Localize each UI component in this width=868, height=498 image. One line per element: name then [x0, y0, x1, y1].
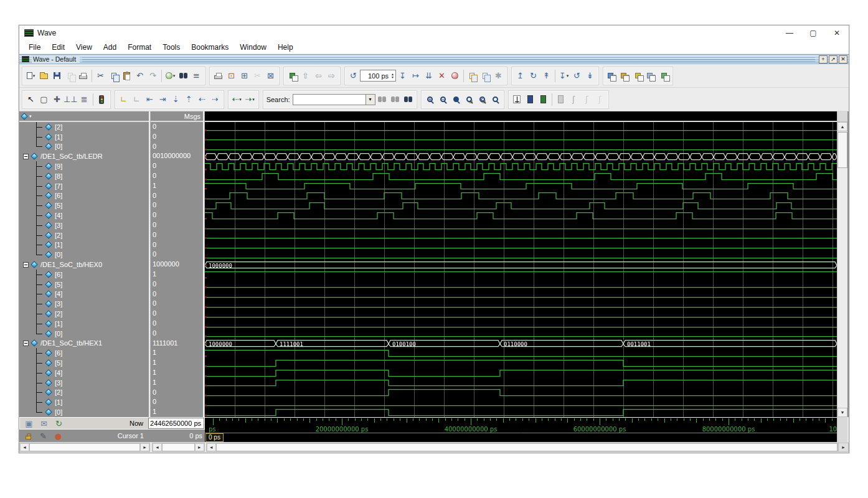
menu-add[interactable]: Add — [98, 43, 122, 52]
search-reverse-button[interactable] — [375, 92, 389, 107]
signal-row[interactable]: [5] — [19, 280, 149, 289]
signal-row[interactable]: [1] — [19, 319, 149, 329]
edit-wave-button[interactable] — [631, 68, 644, 83]
scroll-up-button[interactable]: ▲ — [837, 122, 847, 131]
cursor-row[interactable]: ✎● Cursor 1 0 ps — [19, 430, 205, 442]
zoom-in-on-active-cursor-button[interactable] — [463, 92, 476, 107]
stop-button[interactable] — [448, 68, 461, 83]
print-wave-button[interactable] — [212, 68, 225, 83]
vertical-scroll-thumb[interactable] — [837, 132, 847, 168]
signal-row[interactable]: [6] — [19, 348, 149, 358]
zoom-others-button[interactable] — [489, 92, 502, 107]
move-right-button[interactable]: ⇨ — [325, 68, 338, 83]
cut-time-button[interactable]: ✂ — [251, 68, 264, 83]
signal-parent-row[interactable]: /DE1_SoC_tb/HEX1 — [19, 339, 149, 349]
find-first-button[interactable]: ↥ — [514, 68, 527, 83]
stop-draw-button[interactable] — [95, 92, 108, 107]
pane-close-button[interactable]: ✕ — [839, 55, 847, 63]
maximize-button[interactable]: ▢ — [801, 26, 825, 40]
pane-undock-button[interactable]: ↗ — [829, 55, 837, 63]
names-scroll-right-button[interactable]: ► — [140, 443, 149, 451]
edit-region-button[interactable]: ⊡ — [225, 68, 238, 83]
zoom-full-button[interactable] — [450, 92, 463, 107]
signal-row[interactable]: [2] — [19, 230, 149, 240]
delete-wave-button[interactable] — [658, 68, 671, 83]
msgs-scroll-left-button[interactable]: ◄ — [153, 443, 162, 451]
open-file-button[interactable] — [37, 68, 50, 83]
menu-file[interactable]: File — [23, 43, 46, 52]
previous-transition-button[interactable]: ⇤ — [143, 92, 156, 107]
find-next-event-button[interactable]: ⇢▾ — [243, 92, 257, 107]
add-cursor-button[interactable] — [511, 92, 524, 107]
names-horizontal-scrollbar[interactable]: ◄ ► — [19, 443, 150, 452]
new-file-button[interactable]: ▾ — [24, 68, 37, 83]
expanded-time-off-button[interactable] — [554, 92, 567, 107]
move-top-button[interactable]: ↟ — [540, 68, 553, 83]
select-mode-button[interactable]: ↖ — [24, 92, 37, 107]
signal-row[interactable]: [8] — [19, 171, 149, 181]
dataset-snapshot-button[interactable] — [466, 68, 479, 83]
next-transition-button[interactable]: ⇥ — [156, 92, 169, 107]
collapse-box-icon[interactable] — [23, 154, 29, 159]
zoom-mode-button[interactable]: ▢ — [37, 92, 50, 107]
menu-format[interactable]: Format — [122, 43, 157, 52]
signal-parent-row[interactable]: /DE1_SoC_tb/HEX0 — [19, 260, 149, 270]
print-button[interactable] — [77, 68, 90, 83]
export-waveform-button[interactable]: ⊠ — [264, 68, 277, 83]
signal-row[interactable]: [3] — [19, 220, 149, 230]
wave-horizontal-scrollbar[interactable]: ◄ — [206, 443, 838, 452]
pane-header[interactable]: Wave - Default +↗✕ — [19, 54, 849, 64]
signal-row[interactable]: [0] — [19, 407, 149, 417]
signal-row[interactable]: [1] — [19, 132, 149, 142]
zoom-in-button[interactable]: + — [423, 92, 436, 107]
minimize-button[interactable]: — — [778, 26, 801, 40]
msgs-header[interactable]: Msgs — [151, 111, 203, 122]
run-all-button[interactable]: ⇊ — [422, 68, 435, 83]
cursor-label[interactable]: Cursor 1 — [67, 432, 149, 439]
collapse-box-icon[interactable] — [23, 262, 29, 268]
refresh-cycle-button[interactable]: ↺ — [570, 68, 583, 83]
cut-button[interactable]: ✂ — [94, 68, 107, 83]
search-input[interactable] — [293, 94, 366, 105]
edit-cursor-icon[interactable]: ✎ — [37, 428, 50, 443]
signal-row[interactable]: [6] — [19, 270, 149, 280]
signal-names-header[interactable]: ▾ — [19, 111, 149, 122]
signal-row[interactable]: [9] — [19, 161, 149, 171]
signals-menu-dropdown-icon[interactable]: ▾ — [29, 114, 32, 119]
vertical-scrollbar[interactable]: ▲ ▼ — [837, 111, 847, 417]
signal-row[interactable]: [7] — [19, 181, 149, 191]
msgs-horizontal-scrollbar[interactable]: ◄ ► — [152, 443, 205, 452]
reload-button[interactable] — [64, 68, 77, 83]
previous-rising-edge-button[interactable]: ⇠ — [196, 92, 209, 107]
menu-window[interactable]: Window — [234, 43, 272, 52]
signal-row[interactable]: [0] — [19, 250, 149, 260]
undo-button[interactable]: ↶ — [133, 68, 146, 83]
redo-button[interactable]: ↷ — [146, 68, 159, 83]
edit-mode-button[interactable]: ⊥⊥ — [64, 92, 78, 107]
find-previous-event-button[interactable]: ⇠▾ — [230, 92, 243, 107]
virtual-mode-button[interactable]: ≣ — [78, 92, 91, 107]
restart-button[interactable]: ↺ — [347, 68, 360, 83]
pause-button[interactable]: ✱ — [492, 68, 505, 83]
paste-button[interactable] — [120, 68, 133, 83]
signal-row[interactable]: [3] — [19, 378, 149, 388]
log-button[interactable] — [479, 68, 492, 83]
goto-button[interactable]: ▾ — [164, 68, 177, 83]
continue-run-button[interactable]: ↦ — [409, 68, 422, 83]
copy-button[interactable] — [107, 68, 120, 83]
reload-dataset-button[interactable]: ↻ — [527, 68, 540, 83]
search-forward-button[interactable] — [389, 92, 402, 107]
save-button[interactable] — [50, 68, 64, 83]
move-bottom-button[interactable]: ↡ — [583, 68, 597, 83]
signal-row[interactable]: [2] — [19, 122, 149, 132]
expanded-time-events-button[interactable]: ʃ — [580, 92, 593, 107]
zoom-between-cursors-button[interactable]: c — [476, 92, 489, 107]
next-falling-edge-button[interactable]: ⇡ — [182, 92, 196, 107]
expanded-time-deltas-button[interactable]: ʃ — [567, 92, 580, 107]
signal-row[interactable]: [3] — [19, 299, 149, 309]
signal-row[interactable]: [1] — [19, 397, 149, 407]
pane-header-grip[interactable] — [82, 57, 815, 62]
expand-time-button[interactable]: ⊞ — [238, 68, 251, 83]
insert-mode-button[interactable]: ↧▾ — [557, 68, 570, 83]
break-button[interactable]: ✕ — [435, 68, 448, 83]
